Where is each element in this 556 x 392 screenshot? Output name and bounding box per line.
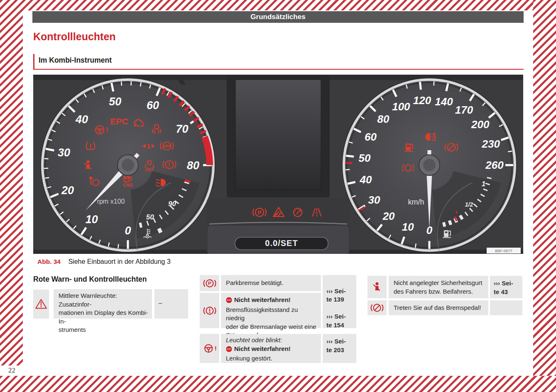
svg-text:60: 60 bbox=[365, 131, 377, 143]
svg-text:90: 90 bbox=[168, 200, 176, 208]
svg-text:P: P bbox=[208, 280, 211, 286]
svg-text:20: 20 bbox=[382, 210, 395, 222]
image-code-text: B5F-0577 bbox=[495, 248, 512, 253]
svg-text:60: 60 bbox=[147, 99, 159, 112]
svg-text:80: 80 bbox=[187, 159, 199, 172]
tacho-unit-label: rpm x100 bbox=[97, 198, 125, 205]
svg-text:230: 230 bbox=[481, 138, 500, 150]
svg-text:CNG: CNG bbox=[123, 183, 132, 187]
svg-text:20: 20 bbox=[61, 184, 74, 197]
seatbelt-table-icon bbox=[367, 276, 387, 298]
svg-text:30: 30 bbox=[368, 194, 380, 206]
brake-warning-text: STOP Nicht weiterfahren! Bremsflüssigkei… bbox=[221, 293, 321, 328]
section-heading: Rote Warn- und Kontrollleuchten bbox=[33, 275, 147, 284]
svg-text:140: 140 bbox=[435, 95, 453, 108]
center-lower-housing: P 0.0/SET bbox=[207, 198, 350, 254]
svg-text:70: 70 bbox=[176, 123, 189, 135]
multifunction-display bbox=[235, 80, 321, 190]
svg-text:1: 1 bbox=[147, 143, 150, 150]
page-reference-43: ››› Sei- te 43 bbox=[490, 276, 522, 298]
steering-warning-table-icon: ! bbox=[200, 334, 219, 363]
svg-text:10: 10 bbox=[86, 213, 98, 226]
stop-icon: STOP bbox=[226, 297, 232, 306]
svg-text:200: 200 bbox=[471, 118, 490, 131]
parking-brake-table-icon: P bbox=[200, 275, 219, 291]
empty-ref-cell bbox=[490, 300, 522, 315]
svg-text:40: 40 bbox=[75, 113, 88, 126]
page-border-bottom bbox=[0, 376, 556, 392]
brake-pedal-table-icon bbox=[367, 300, 387, 315]
svg-text:0: 0 bbox=[125, 224, 131, 237]
svg-text:30: 30 bbox=[58, 146, 70, 159]
svg-text:50: 50 bbox=[109, 95, 121, 108]
steering-warning-text: Leuchtet oder blinkt: STOP Nicht weiterf… bbox=[221, 334, 321, 363]
svg-text:260: 260 bbox=[485, 159, 504, 171]
page-title: Kontrollleuchten bbox=[33, 31, 116, 43]
svg-text:P: P bbox=[258, 209, 262, 216]
svg-text:STOP: STOP bbox=[227, 299, 231, 301]
central-warning-table-icon bbox=[33, 290, 49, 319]
epc-warning-icon: EPC bbox=[110, 117, 128, 126]
svg-text:40: 40 bbox=[359, 173, 372, 186]
svg-text:50: 50 bbox=[359, 152, 371, 164]
page-border-top bbox=[0, 0, 556, 10]
set-button-label: 0.0/SET bbox=[265, 239, 298, 248]
brake-pedal-text: Treten Sie auf das Bremspedal! bbox=[389, 300, 488, 315]
speedo-unit-label: km/h bbox=[408, 198, 424, 206]
svg-text:120: 120 bbox=[413, 94, 431, 107]
svg-text:1: 1 bbox=[482, 180, 485, 188]
svg-text:OFF: OFF bbox=[145, 168, 154, 172]
page-references-139-154: ››› Sei- te 139 ››› Sei- te 154 bbox=[323, 275, 356, 328]
chapter-header: Grundsätzliches bbox=[32, 11, 524, 23]
seatbelt-warning-text: Nicht angelegter Sicherheitsgurt des Fah… bbox=[389, 276, 488, 298]
svg-text:80: 80 bbox=[377, 113, 389, 125]
svg-text:STOP: STOP bbox=[227, 348, 231, 350]
page-number: 22 bbox=[8, 366, 15, 375]
section-subtitle: Im Kombi-Instrument bbox=[33, 54, 524, 70]
parking-brake-text: Parkbremse betätigt. bbox=[221, 275, 321, 291]
svg-text:!: ! bbox=[106, 126, 108, 134]
instrument-cluster-figure: 01020304050607080 5090 rpm x100 ! EPC bbox=[33, 75, 523, 254]
stop-icon: STOP bbox=[226, 346, 232, 355]
svg-text:100: 100 bbox=[392, 100, 410, 113]
page-reference-203: ››› Sei- te 203 bbox=[323, 334, 356, 363]
page-border-left bbox=[0, 0, 23, 365]
brake-warning-table-icon bbox=[200, 293, 219, 328]
svg-text:!: ! bbox=[214, 345, 216, 352]
central-warning-description: Mittlere Warnleuchte: Zusatzinfor- matio… bbox=[54, 289, 152, 319]
svg-text:ABS: ABS bbox=[163, 144, 171, 148]
svg-text:50: 50 bbox=[146, 213, 154, 221]
svg-text:1/2: 1/2 bbox=[465, 201, 473, 208]
central-warning-ref: – bbox=[154, 289, 188, 319]
svg-text:10: 10 bbox=[402, 221, 414, 233]
figure-caption: Abb. 34 Siehe Einbauort in der Abbildung… bbox=[37, 258, 171, 265]
page-border-right bbox=[533, 0, 556, 376]
figure-caption-text: Siehe Einbauort in der Abbildung 3 bbox=[68, 258, 170, 265]
svg-text:170: 170 bbox=[455, 104, 473, 116]
figure-label: Abb. 34 bbox=[37, 258, 61, 265]
